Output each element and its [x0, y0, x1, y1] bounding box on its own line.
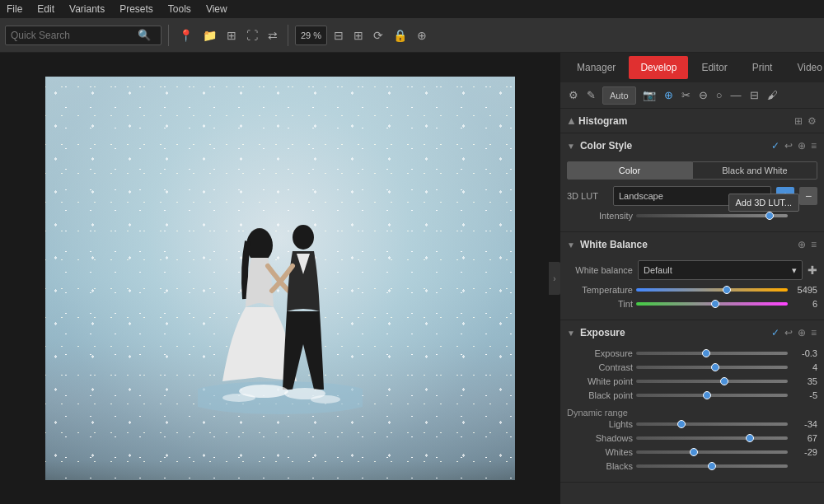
black-point-track[interactable] — [636, 394, 788, 397]
tab-manager[interactable]: Manager — [565, 56, 627, 79]
shadows-track[interactable] — [636, 436, 788, 440]
auto-button[interactable]: Auto — [602, 86, 636, 105]
lut-label: 3D LUT — [567, 191, 608, 201]
exposure-undo[interactable]: ↩ — [784, 326, 794, 339]
histogram-view-icon[interactable]: ⊞ — [794, 114, 803, 128]
photo-area[interactable]: › — [0, 53, 560, 504]
shadows-row: Shadows 67 — [567, 433, 817, 443]
circle-icon[interactable]: ○ — [714, 87, 724, 103]
panel-scroll[interactable]: ▶ Histogram ⊞ ⚙ ▼ Color Style ✓ ↩ ⊕ ≡ — [560, 109, 824, 504]
compare-btn[interactable]: ⇄ — [265, 27, 281, 44]
menu-file[interactable]: File — [5, 3, 24, 15]
white-point-label: White point — [567, 376, 633, 386]
black-point-thumb[interactable] — [703, 391, 711, 399]
blacks-track[interactable] — [636, 464, 788, 468]
rotate-btn[interactable]: ⟳ — [370, 27, 386, 44]
exposure-chevron: ▼ — [567, 329, 575, 338]
temp-thumb[interactable] — [723, 286, 731, 294]
shadows-value: 67 — [791, 433, 817, 443]
shadows-thumb[interactable] — [746, 434, 754, 442]
menu-presets[interactable]: Presets — [118, 3, 155, 15]
histogram-section[interactable]: ▶ Histogram ⊞ ⚙ — [560, 109, 824, 133]
menu-variants[interactable]: Variants — [68, 3, 106, 15]
blacks-thumb[interactable] — [708, 462, 716, 470]
heal-icon[interactable]: ⊖ — [697, 87, 709, 103]
lock-btn[interactable]: 🔒 — [390, 27, 410, 44]
clone-icon[interactable]: ⊟ — [748, 87, 761, 103]
color-style-header[interactable]: ▼ Color Style ✓ ↩ ⊕ ≡ — [560, 133, 824, 158]
folder-btn[interactable]: 📁 — [199, 27, 220, 44]
couple-silhouette — [198, 200, 363, 431]
color-style-check[interactable]: ✓ — [770, 139, 780, 152]
color-tabs: Color Black and White — [567, 161, 817, 180]
white-balance-header[interactable]: ▼ White Balance ⊕ ≡ — [560, 232, 824, 257]
tab-develop[interactable]: Develop — [629, 56, 688, 79]
eyedropper-button[interactable]: ✚ — [808, 264, 817, 277]
exposure-check[interactable]: ✓ — [770, 326, 780, 339]
grid-btn[interactable]: ⊞ — [223, 27, 240, 44]
tab-video[interactable]: Video — [785, 56, 824, 79]
whites-track[interactable] — [636, 450, 788, 454]
fullscreen-btn[interactable]: ⛶ — [243, 27, 261, 44]
white-point-track[interactable] — [636, 380, 788, 383]
paint-icon[interactable]: 🖌 — [765, 87, 780, 103]
tab-editor[interactable]: Editor — [690, 56, 738, 79]
intensity-thumb[interactable] — [765, 212, 774, 220]
search-input[interactable] — [11, 30, 134, 41]
exposure-copy[interactable]: ⊕ — [797, 326, 807, 339]
intensity-track[interactable] — [636, 214, 788, 217]
wb-select[interactable]: Default ▾ — [638, 260, 803, 280]
whites-label: Whites — [567, 447, 633, 457]
exposure-track[interactable] — [636, 352, 788, 355]
tooltip-text: Add 3D LUT... — [736, 198, 792, 208]
contrast-thumb[interactable] — [711, 363, 719, 371]
exposure-header[interactable]: ▼ Exposure ✓ ↩ ⊕ ≡ — [560, 320, 824, 345]
exposure-menu[interactable]: ≡ — [810, 326, 817, 339]
tint-thumb[interactable] — [711, 300, 719, 308]
wb-menu[interactable]: ≡ — [810, 238, 817, 251]
exposure-thumb[interactable] — [702, 349, 710, 357]
tint-track[interactable] — [636, 302, 788, 306]
lights-thumb[interactable] — [677, 420, 686, 428]
exposure-body: Exposure -0.3 Contrast 4 W — [560, 345, 824, 482]
lut-minus-button[interactable]: − — [799, 187, 817, 205]
tab-bw[interactable]: Black and White — [692, 161, 817, 180]
color-style-menu[interactable]: ≡ — [810, 139, 817, 152]
temp-label: Temperature — [567, 285, 633, 295]
color-style-undo[interactable]: ↩ — [784, 139, 794, 152]
menu-view[interactable]: View — [204, 3, 229, 15]
black-point-label: Black point — [567, 390, 633, 400]
share-btn[interactable]: ⊕ — [414, 27, 430, 44]
line-icon[interactable]: — — [729, 87, 743, 103]
zoom-fit-btn[interactable]: ⊟ — [330, 27, 347, 44]
white-point-row: White point 35 — [567, 376, 817, 386]
sliders-icon[interactable]: ⚙ — [567, 87, 580, 103]
white-point-thumb[interactable] — [720, 377, 728, 385]
whites-thumb[interactable] — [690, 448, 698, 456]
expand-arrow[interactable]: › — [549, 262, 560, 295]
contrast-row: Contrast 4 — [567, 362, 817, 372]
wb-copy[interactable]: ⊕ — [797, 238, 807, 251]
tab-print[interactable]: Print — [741, 56, 784, 79]
brush-icon[interactable]: ✎ — [585, 87, 597, 103]
menu-edit[interactable]: Edit — [35, 3, 56, 15]
crop-icon[interactable]: ✂ — [680, 87, 692, 103]
toolbar-separator — [168, 25, 169, 46]
right-panel: Manager Develop Editor Print Video ↗ ⚙ ✎… — [560, 53, 824, 504]
exposure-value: -0.3 — [791, 348, 817, 358]
histogram-settings-icon[interactable]: ⚙ — [807, 114, 817, 128]
zoom-display: 29 % — [295, 26, 327, 45]
lights-track[interactable] — [636, 422, 788, 426]
zoom-fill-btn[interactable]: ⊞ — [350, 27, 367, 44]
menu-tools[interactable]: Tools — [166, 3, 193, 15]
search-box[interactable]: 🔍 — [5, 26, 162, 45]
adjust-icon[interactable]: ⊕ — [662, 87, 675, 103]
contrast-track[interactable] — [636, 366, 788, 369]
temp-track[interactable] — [636, 288, 788, 292]
color-style-copy[interactable]: ⊕ — [797, 139, 807, 152]
tool-row: ⚙ ✎ Auto 📷 ⊕ ✂ ⊖ ○ — ⊟ 🖌 — [560, 82, 824, 109]
camera-icon[interactable]: 📷 — [641, 87, 658, 103]
tab-color[interactable]: Color — [567, 161, 692, 180]
location-btn[interactable]: 📍 — [176, 27, 196, 44]
exposure-label: Exposure — [567, 348, 633, 358]
